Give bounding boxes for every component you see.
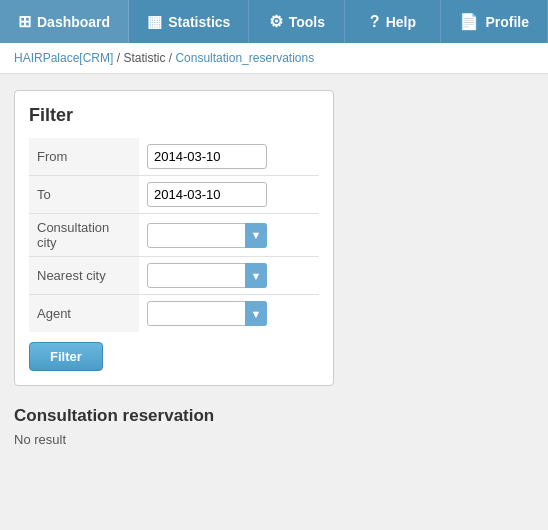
from-label: From [29, 138, 139, 176]
city-select-wrap: ▼ [147, 223, 267, 248]
dashboard-icon: ⊞ [18, 12, 31, 31]
filter-btn-row: Filter [29, 342, 319, 371]
filter-table: From To Consultation city [29, 138, 319, 332]
filter-row-nearest: Nearest city ▼ [29, 257, 319, 295]
nav-dashboard-label: Dashboard [37, 14, 110, 30]
to-value-cell [139, 176, 319, 214]
to-input[interactable] [147, 182, 267, 207]
agent-select-wrap: ▼ [147, 301, 267, 326]
nav-tools-label: Tools [289, 14, 325, 30]
main-content: Filter From To Consultation city [0, 74, 548, 463]
agent-label: Agent [29, 295, 139, 333]
to-label: To [29, 176, 139, 214]
statistics-icon: ▦ [147, 12, 162, 31]
from-input[interactable] [147, 144, 267, 169]
filter-title: Filter [29, 105, 319, 126]
nav-help-label: Help [386, 14, 416, 30]
nav-profile[interactable]: 📄 Profile [441, 0, 548, 43]
nearest-value-cell: ▼ [139, 257, 319, 295]
nearest-select[interactable] [147, 263, 267, 288]
filter-row-from: From [29, 138, 319, 176]
nav-tools[interactable]: ⚙ Tools [249, 0, 345, 43]
agent-select[interactable] [147, 301, 267, 326]
breadcrumb: HAIRPalace[CRM] / Statistic / Consultati… [0, 43, 548, 74]
nav-profile-label: Profile [485, 14, 529, 30]
nav-dashboard[interactable]: ⊞ Dashboard [0, 0, 129, 43]
city-value-cell: ▼ [139, 214, 319, 257]
filter-row-city: Consultation city ▼ [29, 214, 319, 257]
filter-button[interactable]: Filter [29, 342, 103, 371]
city-label: Consultation city [29, 214, 139, 257]
filter-row-agent: Agent ▼ [29, 295, 319, 333]
breadcrumb-current[interactable]: Consultation_reservations [175, 51, 314, 65]
nav-statistics-label: Statistics [168, 14, 230, 30]
breadcrumb-home[interactable]: HAIRPalace[CRM] [14, 51, 113, 65]
nearest-label: Nearest city [29, 257, 139, 295]
results-title: Consultation reservation [14, 406, 534, 426]
help-icon: ? [370, 13, 380, 31]
results-empty: No result [14, 432, 534, 447]
navbar: ⊞ Dashboard ▦ Statistics ⚙ Tools ? Help … [0, 0, 548, 43]
city-select[interactable] [147, 223, 267, 248]
tools-icon: ⚙ [269, 12, 283, 31]
nav-statistics[interactable]: ▦ Statistics [129, 0, 249, 43]
filter-box: Filter From To Consultation city [14, 90, 334, 386]
from-value-cell [139, 138, 319, 176]
breadcrumb-statistic: Statistic [123, 51, 165, 65]
nearest-select-wrap: ▼ [147, 263, 267, 288]
profile-icon: 📄 [459, 12, 479, 31]
filter-row-to: To [29, 176, 319, 214]
agent-value-cell: ▼ [139, 295, 319, 333]
nav-help[interactable]: ? Help [345, 0, 441, 43]
